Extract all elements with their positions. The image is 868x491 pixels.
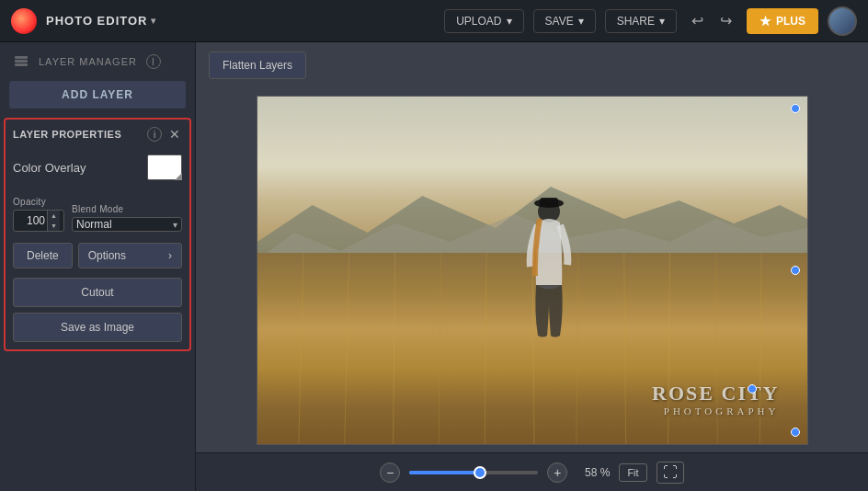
opacity-spinners: ▲ ▼ xyxy=(47,211,60,231)
opacity-decrement-button[interactable]: ▼ xyxy=(48,221,60,231)
save-arrow-icon: ▾ xyxy=(578,15,584,28)
zoom-bar: − + 58 % Fit ⛶ xyxy=(196,452,868,491)
undo-redo-group: ↩ ↪ xyxy=(686,10,737,31)
opacity-blend-row: Opacity ▲ ▼ Blend Mode Normal xyxy=(13,197,182,232)
canvas-area: Flatten Layers xyxy=(196,42,868,491)
svg-rect-1 xyxy=(15,60,28,63)
canvas-image-wrap: ROSE CITY PHOTOGRAPHY xyxy=(196,88,868,452)
svg-line-6 xyxy=(344,253,348,444)
corner-handle-top-right[interactable] xyxy=(791,104,800,113)
app-title-area: PHOTO EDITOR ▾ xyxy=(46,14,156,28)
watermark: ROSE CITY PHOTOGRAPHY xyxy=(652,382,779,417)
plus-subscription-button[interactable]: ★ PLUS xyxy=(747,8,818,34)
svg-line-8 xyxy=(439,253,440,444)
add-layer-button[interactable]: ADD LAYER xyxy=(9,81,186,108)
blend-mode-select[interactable]: Normal Multiply Screen Overlay Darken Li… xyxy=(76,218,173,231)
svg-line-7 xyxy=(393,253,394,444)
user-avatar[interactable] xyxy=(828,6,857,36)
fit-button[interactable]: Fit xyxy=(619,463,646,482)
person-silhouette xyxy=(521,193,577,340)
share-arrow-icon: ▾ xyxy=(659,15,665,28)
left-panel: LAYER MANAGER i ADD LAYER LAYER PROPERTI… xyxy=(0,42,196,491)
upload-label: UPLOAD xyxy=(456,15,501,28)
save-label: SAVE xyxy=(545,15,574,28)
svg-rect-0 xyxy=(15,63,28,66)
opacity-field-group: Opacity ▲ ▼ xyxy=(13,197,64,232)
blend-mode-select-wrap: Normal Multiply Screen Overlay Darken Li… xyxy=(72,217,182,232)
svg-line-11 xyxy=(576,253,577,444)
zoom-slider-track[interactable] xyxy=(409,471,538,474)
zoom-percent-label: 58 % xyxy=(577,466,610,479)
layer-props-title: LAYER PROPERTIES xyxy=(13,129,142,140)
save-button[interactable]: SAVE ▾ xyxy=(533,9,596,33)
opacity-input-wrap: ▲ ▼ xyxy=(13,210,64,232)
options-arrow-icon: › xyxy=(168,249,172,262)
zoom-slider-thumb[interactable] xyxy=(474,466,486,479)
svg-rect-18 xyxy=(540,198,558,207)
undo-button[interactable]: ↩ xyxy=(686,10,709,31)
layer-props-info-icon[interactable]: i xyxy=(147,127,162,142)
redo-button[interactable]: ↪ xyxy=(714,10,737,31)
cutout-button[interactable]: Cutout xyxy=(13,278,182,307)
layer-manager-info-icon[interactable]: i xyxy=(146,54,161,69)
fullscreen-button[interactable]: ⛶ xyxy=(657,462,684,484)
plus-label: PLUS xyxy=(776,15,805,28)
opacity-increment-button[interactable]: ▲ xyxy=(48,211,60,221)
photo-canvas[interactable]: ROSE CITY PHOTOGRAPHY xyxy=(257,96,808,445)
save-as-image-button[interactable]: Save as Image xyxy=(13,313,182,342)
share-button[interactable]: SHARE ▾ xyxy=(605,9,677,33)
app-title-text: PHOTO EDITOR xyxy=(46,14,147,28)
delete-button[interactable]: Delete xyxy=(13,243,73,268)
top-bar: PHOTO EDITOR ▾ UPLOAD ▾ SAVE ▾ SHARE ▾ ↩… xyxy=(0,0,868,42)
layer-props-header: LAYER PROPERTIES i ✕ xyxy=(13,127,182,142)
upload-button[interactable]: UPLOAD ▾ xyxy=(444,9,523,33)
svg-line-5 xyxy=(298,253,303,444)
blend-mode-arrow-icon: ▾ xyxy=(173,220,177,230)
watermark-sub-text: PHOTOGRAPHY xyxy=(652,405,779,417)
canvas-toolbar: Flatten Layers xyxy=(196,42,868,88)
app-title-dropdown-icon[interactable]: ▾ xyxy=(151,16,156,26)
options-label: Options xyxy=(88,249,126,262)
svg-rect-2 xyxy=(15,56,28,59)
blend-mode-field-group: Blend Mode Normal Multiply Screen Overla… xyxy=(72,204,182,232)
main-area: LAYER MANAGER i ADD LAYER LAYER PROPERTI… xyxy=(0,42,868,491)
corner-handle-mid-right[interactable] xyxy=(791,266,800,275)
zoom-out-button[interactable]: − xyxy=(380,462,400,483)
layers-icon xyxy=(13,53,29,70)
svg-line-9 xyxy=(485,253,486,444)
blend-mode-label: Blend Mode xyxy=(72,204,182,214)
flatten-layers-button[interactable]: Flatten Layers xyxy=(209,51,306,79)
opacity-input[interactable] xyxy=(14,211,47,231)
color-overlay-label: Color Overlay xyxy=(13,161,86,175)
options-button[interactable]: Options › xyxy=(78,243,182,268)
layer-manager-label: LAYER MANAGER xyxy=(39,56,137,67)
corner-handle-bottom-right[interactable] xyxy=(791,428,800,437)
zoom-slider-fill xyxy=(409,471,480,474)
delete-options-row: Delete Options › xyxy=(13,243,182,268)
svg-line-12 xyxy=(623,253,625,444)
opacity-label: Opacity xyxy=(13,197,64,207)
layer-properties-panel: LAYER PROPERTIES i ✕ Color Overlay Opaci… xyxy=(4,118,191,351)
upload-arrow-icon: ▾ xyxy=(507,15,512,28)
zoom-in-button[interactable]: + xyxy=(547,462,567,483)
app-logo[interactable] xyxy=(11,8,37,34)
corner-handle-bottom-left[interactable] xyxy=(748,384,757,394)
color-overlay-swatch[interactable] xyxy=(147,154,182,180)
layer-props-close-icon[interactable]: ✕ xyxy=(167,127,182,142)
layer-manager-header: LAYER MANAGER i xyxy=(0,42,195,77)
watermark-main-text: ROSE CITY xyxy=(652,382,779,405)
share-label: SHARE xyxy=(617,15,655,28)
color-overlay-row: Color Overlay xyxy=(13,151,182,184)
